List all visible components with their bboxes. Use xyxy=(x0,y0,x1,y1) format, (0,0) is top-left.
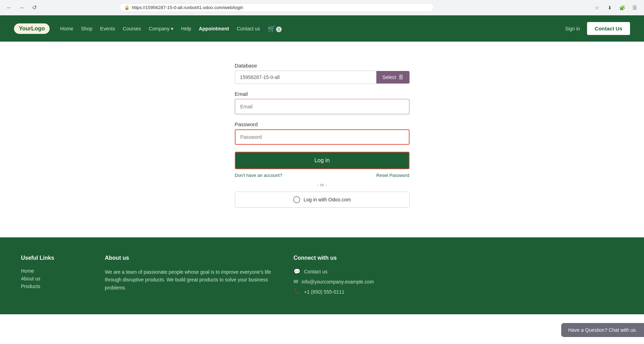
email-icon: ✉ xyxy=(294,278,298,285)
main-content: Database Select 🗄 Email Password Log in … xyxy=(0,42,644,237)
chat-icon: 💬 xyxy=(294,268,301,275)
connect-email-label: info@yourcompany.example.com xyxy=(302,279,374,285)
nav-links: Home Shop Events Courses Company ▾ Help … xyxy=(60,25,565,33)
login-button[interactable]: Log in xyxy=(235,152,410,169)
database-input[interactable] xyxy=(235,71,376,84)
email-label: Email xyxy=(235,91,410,97)
database-label: Database xyxy=(235,63,410,69)
footer-grid: Useful Links Home About us Products Abou… xyxy=(21,255,623,299)
browser-chrome: ← → ↺ 🔒 https://15956287-15-0-all.runbot… xyxy=(0,0,644,15)
refresh-button[interactable]: ↺ xyxy=(29,3,39,13)
footer-useful-links: Useful Links Home About us Products xyxy=(21,255,91,299)
logo-text: YourLogo xyxy=(19,26,45,31)
useful-links-heading: Useful Links xyxy=(21,255,91,261)
nav-home[interactable]: Home xyxy=(60,26,73,31)
select-label: Select xyxy=(383,74,396,80)
back-button[interactable]: ← xyxy=(4,3,14,13)
cart-badge: 0 xyxy=(276,27,282,32)
database-row: Select 🗄 xyxy=(235,71,410,84)
nav-courses[interactable]: Courses xyxy=(123,26,141,31)
footer-link-home[interactable]: Home xyxy=(21,268,91,274)
database-icon: 🗄 xyxy=(398,74,403,80)
odoo-login-button[interactable]: Log in with Odoo.com xyxy=(235,192,410,208)
no-account-link[interactable]: Don't have an account? xyxy=(235,173,282,178)
nav-help[interactable]: Help xyxy=(181,26,191,31)
nav-events[interactable]: Events xyxy=(100,26,115,31)
about-text: We are a team of passionate people whose… xyxy=(105,268,280,292)
chevron-down-icon: ▾ xyxy=(171,26,173,31)
footer-link-products[interactable]: Products xyxy=(21,284,91,289)
phone-icon: 📞 xyxy=(294,288,301,295)
bookmark-button[interactable]: ☆ xyxy=(592,3,602,13)
cart-icon[interactable]: 🛒0 xyxy=(268,25,282,33)
connect-phone: 📞 +1 (650) 555-0111 xyxy=(294,288,623,295)
nav-company[interactable]: Company ▾ xyxy=(149,26,173,31)
connect-contact-label: Contact us xyxy=(304,269,327,274)
select-button[interactable]: Select 🗄 xyxy=(376,71,410,84)
connect-email: ✉ info@yourcompany.example.com xyxy=(294,278,623,285)
nav-appointment[interactable]: Appointment xyxy=(199,26,229,31)
password-input[interactable] xyxy=(235,129,410,145)
navbar: YourLogo Home Shop Events Courses Compan… xyxy=(0,15,644,42)
connect-heading: Connect with us xyxy=(294,255,623,261)
address-bar[interactable]: 🔒 https://15956287-15-0-all.runbot41.odo… xyxy=(120,3,434,12)
about-heading: About us xyxy=(105,255,280,261)
lock-icon: 🔒 xyxy=(124,5,130,10)
connect-phone-label: +1 (650) 555-0111 xyxy=(304,289,345,295)
password-label: Password xyxy=(235,121,410,127)
nav-contact[interactable]: Contact us xyxy=(237,26,260,31)
form-links: Don't have an account? Reset Password xyxy=(235,173,410,178)
download-button[interactable]: ⬇ xyxy=(605,3,615,13)
footer: Useful Links Home About us Products Abou… xyxy=(0,237,644,314)
extension-button[interactable]: 🧩 xyxy=(617,3,627,13)
url-text: https://15956287-15-0-all.runbot41.odoo.… xyxy=(132,5,243,10)
database-section: Database Select 🗄 xyxy=(235,63,410,84)
browser-actions: ☆ ⬇ 🧩 ☰ xyxy=(592,3,640,13)
email-section: Email xyxy=(235,91,410,114)
odoo-login-label: Log in with Odoo.com xyxy=(304,197,351,202)
or-divider: - or - xyxy=(235,182,410,187)
chat-widget[interactable]: Have a Question? Chat with us. xyxy=(561,323,644,337)
connect-contact: 💬 Contact us xyxy=(294,268,623,275)
contact-us-button[interactable]: Contact Us xyxy=(587,22,630,35)
nav-right: Sign in Contact Us xyxy=(565,22,630,35)
footer-connect: Connect with us 💬 Contact us ✉ info@your… xyxy=(294,255,623,299)
login-form: Database Select 🗄 Email Password Log in … xyxy=(235,63,410,209)
footer-link-about[interactable]: About us xyxy=(21,276,91,281)
forward-button[interactable]: → xyxy=(17,3,27,13)
reset-password-link[interactable]: Reset Password xyxy=(376,173,410,178)
menu-button[interactable]: ☰ xyxy=(630,3,640,13)
email-input[interactable] xyxy=(235,99,410,114)
password-section: Password xyxy=(235,121,410,145)
nav-shop[interactable]: Shop xyxy=(81,26,93,31)
odoo-circle-icon xyxy=(293,196,300,203)
logo[interactable]: YourLogo xyxy=(14,23,50,34)
sign-in-link[interactable]: Sign in xyxy=(565,26,580,31)
footer-about: About us We are a team of passionate peo… xyxy=(105,255,280,299)
